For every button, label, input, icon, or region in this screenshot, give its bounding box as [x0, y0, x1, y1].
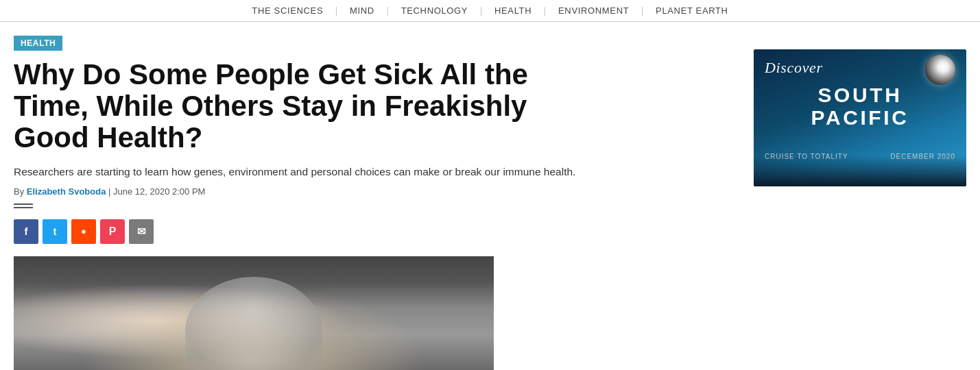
byline: By Elizabeth Svoboda | June 12, 2020 2:0…	[14, 186, 733, 197]
facebook-icon: f	[25, 225, 28, 237]
nav-mind[interactable]: MIND	[337, 5, 387, 16]
category-badge[interactable]: HEALTH	[14, 36, 62, 51]
divider-lines	[14, 204, 733, 208]
article-section: HEALTH Why Do Some People Get Sick All t…	[14, 36, 733, 370]
byline-sep: |	[108, 186, 113, 197]
author-name[interactable]: Elizabeth Svoboda	[27, 186, 106, 197]
ad-sidebar: Discover SOUTH PACIFIC CRUISE TO TOTALIT…	[754, 49, 966, 370]
ad-south-pacific-text: SOUTH PACIFIC	[754, 84, 966, 129]
divider-line-2	[14, 207, 33, 208]
nav-technology[interactable]: TECHNOLOGY	[389, 5, 481, 16]
main-content: HEALTH Why Do Some People Get Sick All t…	[0, 22, 980, 370]
top-navigation: THE SCIENCES | MIND | TECHNOLOGY | HEALT…	[0, 0, 980, 22]
article-date: June 12, 2020 2:00 PM	[113, 186, 205, 197]
nav-environment[interactable]: ENVIRONMENT	[546, 5, 641, 16]
ad-discover-south-pacific[interactable]: Discover SOUTH PACIFIC CRUISE TO TOTALIT…	[754, 49, 966, 186]
ad-island-graphic	[754, 156, 966, 186]
ad-pacific-label: PACIFIC	[754, 106, 966, 129]
divider-line-1	[14, 204, 33, 205]
nav-health[interactable]: HEALTH	[482, 5, 544, 16]
reddit-share-button[interactable]: ●	[71, 219, 96, 244]
article-subtitle: Researchers are starting to learn how ge…	[14, 164, 576, 180]
pocket-icon: P	[109, 225, 117, 238]
nav-planet-earth[interactable]: PLANET EARTH	[643, 5, 741, 16]
social-buttons: f t ● P ✉	[14, 219, 733, 244]
article-image	[14, 256, 494, 370]
nav-the-sciences[interactable]: THE SCIENCES	[239, 5, 335, 16]
twitter-share-button[interactable]: t	[43, 219, 67, 244]
email-share-button[interactable]: ✉	[129, 219, 154, 244]
ad-south-label: SOUTH	[754, 84, 966, 106]
article-photo	[14, 256, 494, 370]
ad-eclipse-icon	[925, 55, 955, 85]
email-icon: ✉	[137, 225, 146, 238]
ad-discover-label: Discover	[765, 59, 823, 77]
pocket-save-button[interactable]: P	[100, 219, 125, 244]
byline-prefix: By	[14, 186, 24, 197]
twitter-icon: t	[53, 225, 57, 237]
facebook-share-button[interactable]: f	[14, 219, 38, 244]
article-title: Why Do Some People Get Sick All the Time…	[14, 59, 576, 154]
reddit-icon: ●	[81, 226, 86, 236]
